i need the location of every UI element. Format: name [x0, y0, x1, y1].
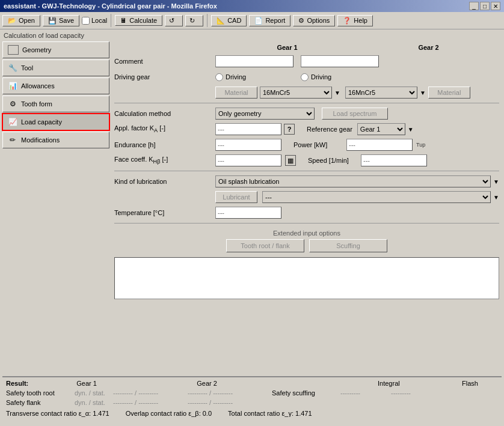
material-row: Material 16MnCr5 ▼ 16MnCr5 ▼ Material — [114, 86, 499, 99]
power-label: Power [kW] — [293, 141, 342, 148]
report-button[interactable]: 📄 Report — [249, 15, 290, 26]
lubrication-controls: Oil splash lubrication ▼ — [215, 175, 499, 187]
results-section: Result: Gear 1 Gear 2 Integral Flash Saf… — [2, 376, 502, 419]
sidebar-item-allowances[interactable]: 📊 Allowances — [2, 78, 109, 94]
integral-col-header: Integral — [378, 380, 414, 387]
reference-gear-select[interactable]: Gear 1 — [357, 123, 405, 135]
transverse-label: Transverse contact ratio ε_α: 1.471 — [6, 410, 109, 417]
endurance-row: Endurance [h] Power [kW] Tup — [114, 138, 499, 151]
options-button[interactable]: ⚙ Options — [293, 15, 335, 26]
safety-flank-g1: --------- / --------- — [113, 398, 185, 407]
allowances-icon: 📊 — [8, 81, 17, 91]
gear1-header: Gear 1 — [217, 44, 358, 51]
ref-gear-arrow: ▼ — [408, 126, 414, 133]
cad-button[interactable]: 📐 CAD — [211, 15, 247, 26]
main-panel: Gear 1 Gear 2 Comment Driving gear — [112, 41, 502, 376]
extended-section: Extended input options Tooth root / flan… — [114, 227, 499, 255]
material-select-arrow1: ▼ — [334, 90, 340, 96]
speed-input[interactable] — [361, 154, 427, 166]
toolbar: 📂 Open 💾 Save Local 🖩 Calculate ↺ ↻ 📐 CA… — [0, 12, 504, 29]
safety-flank-label: Safety flank — [6, 398, 72, 407]
save-button[interactable]: 💾 Save — [43, 15, 79, 26]
calculation-method-row: Calculation method Only geometry Load sp… — [114, 107, 499, 120]
gear-headers: Gear 1 Gear 2 — [114, 44, 499, 51]
form-section: Gear 1 Gear 2 Comment Driving gear — [112, 41, 502, 376]
power-input[interactable] — [346, 139, 413, 151]
undo-button[interactable]: ↺ — [165, 15, 183, 26]
safety-flank-g2: --------- / --------- — [188, 398, 260, 407]
safety-tooth-root-dyn: dyn. / stat. — [75, 388, 111, 398]
sidebar-item-load-capacity[interactable]: 📈 Load capacity — [2, 114, 109, 130]
driving-radio-label-1: Driving — [226, 73, 246, 81]
main-container: Calculation of load capacity Geometry 🔧 … — [0, 29, 504, 422]
gear1-col-header: Gear 1 — [76, 380, 149, 387]
minimize-button[interactable]: _ — [469, 2, 479, 10]
safety-scuffing-label: Safety scuffing — [272, 388, 338, 398]
calculate-button[interactable]: 🖩 Calculate — [115, 15, 162, 26]
local-checkbox[interactable] — [82, 17, 90, 25]
driving-radio-input-1[interactable] — [215, 73, 223, 81]
folder-icon: 📂 — [8, 17, 16, 25]
extended-buttons: Tooth root / flank Scuffing — [226, 239, 387, 252]
options-icon: ⚙ — [298, 17, 304, 25]
help-button[interactable]: ❓ Help — [337, 15, 373, 26]
tup-label: Tup — [416, 142, 425, 148]
sidebar: Geometry 🔧 Tool 📊 Allowances ⚙ Tooth for… — [2, 41, 109, 376]
safety-scuffing-flash: --------- — [391, 388, 411, 398]
help-icon: ❓ — [343, 17, 351, 25]
calculation-method-controls: Only geometry Load spectrum — [215, 108, 499, 120]
maximize-button[interactable]: □ — [480, 2, 490, 10]
sidebar-item-label: Tooth form — [21, 100, 52, 108]
driving-radio-input-2[interactable] — [301, 73, 309, 81]
redo-icon: ↻ — [189, 17, 195, 25]
redo-button[interactable]: ↻ — [185, 15, 203, 26]
flash-col-header: Flash — [462, 380, 498, 387]
speed-label: Speed [1/min] — [308, 157, 356, 164]
question-btn[interactable]: ? — [284, 124, 295, 135]
lubricant-select[interactable]: --- — [262, 191, 491, 203]
material-controls: Material 16MnCr5 ▼ 16MnCr5 ▼ Material — [215, 87, 499, 99]
lube-arrow: ▼ — [493, 178, 499, 185]
modifications-icon: ✏ — [8, 135, 17, 145]
load-spectrum-btn: Load spectrum — [322, 108, 388, 120]
geometry-icon — [8, 45, 19, 55]
temperature-input[interactable] — [215, 207, 281, 219]
sidebar-item-label: Geometry — [22, 46, 51, 53]
local-checkbox-group[interactable]: Local — [82, 17, 107, 25]
sidebar-item-geometry[interactable]: Geometry — [2, 41, 109, 58]
face-coeff-input[interactable] — [215, 154, 281, 166]
sidebar-item-modifications[interactable]: ✏ Modifications — [2, 132, 109, 148]
endurance-input[interactable] — [215, 139, 281, 151]
driving-gear-label: Driving gear — [114, 73, 215, 81]
comment-gear1-input[interactable] — [215, 55, 293, 67]
driving-radio-gear1: Driving — [215, 73, 293, 81]
temperature-controls — [215, 207, 499, 219]
sidebar-item-tool[interactable]: 🔧 Tool — [2, 59, 109, 76]
material-select-arrow2: ▼ — [420, 90, 426, 96]
total-label: Total contact ratio ε_γ: 1.471 — [228, 410, 312, 417]
comment-gear2-input[interactable] — [301, 55, 379, 67]
calculation-method-select[interactable]: Only geometry — [215, 108, 315, 120]
separator-1 — [111, 14, 111, 27]
material-select-gear1[interactable]: 16MnCr5 — [260, 87, 332, 99]
open-button[interactable]: 📂 Open — [2, 15, 40, 26]
divider-3 — [114, 223, 499, 224]
lubrication-select[interactable]: Oil splash lubrication — [215, 175, 491, 187]
sidebar-item-label: Load capacity — [21, 118, 62, 126]
extended-label: Extended input options — [273, 230, 340, 237]
sidebar-item-tooth-form[interactable]: ⚙ Tooth form — [2, 96, 109, 112]
lubrication-row: Kind of lubrication Oil splash lubricati… — [114, 175, 499, 188]
overlap-label: Overlap contact ratio ε_β: 0.0 — [126, 410, 212, 417]
endurance-controls: Power [kW] Tup — [215, 139, 499, 151]
close-button[interactable]: ✕ — [491, 2, 500, 10]
window-controls[interactable]: _ □ ✕ — [469, 2, 500, 10]
section-label: Calculation of load capacity — [2, 32, 502, 39]
calc-btn[interactable]: ▦ — [285, 155, 296, 166]
appl-factor-label: Appl. factor KA [-] — [114, 124, 215, 133]
material-select-gear2[interactable]: 16MnCr5 — [345, 87, 417, 99]
sidebar-item-label: Tool — [21, 64, 33, 72]
safety-tooth-root-row: Safety tooth root dyn. / stat. ---------… — [6, 388, 498, 398]
appl-factor-input[interactable] — [215, 123, 281, 135]
temperature-row: Temperature [°C] — [114, 206, 499, 219]
sidebar-item-label: Modifications — [21, 136, 60, 144]
